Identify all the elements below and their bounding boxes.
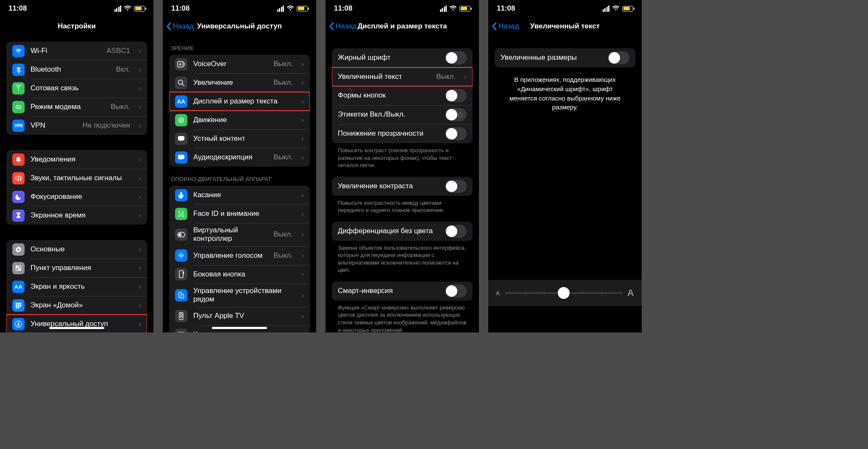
settings-row[interactable]: BluetoothВкл.› (6, 60, 147, 79)
chevron-icon: › (301, 330, 304, 332)
svg-rect-6 (18, 302, 19, 304)
settings-row[interactable]: Пункт управления› (6, 259, 147, 277)
settings-row[interactable]: VPNVPNНе подключен› (6, 116, 147, 135)
chevron-icon: › (301, 97, 304, 106)
text-group-4: Смарт-инверсия (332, 282, 473, 301)
settings-row[interactable]: Экран «Домой»› (6, 296, 147, 315)
settings-row[interactable]: Жирный шрифт (332, 48, 473, 67)
settings-row[interactable]: Этикетки Вкл./Выкл. (332, 105, 473, 124)
toggle[interactable] (445, 127, 467, 140)
chevron-icon: › (139, 47, 141, 56)
slider-tick (602, 291, 603, 295)
toggle[interactable] (445, 284, 467, 298)
home-indicator[interactable] (49, 327, 104, 329)
kb-icon (175, 329, 187, 332)
settings-row[interactable]: Дифференциация без цвета (332, 222, 473, 241)
settings-row[interactable]: AAЭкран и яркость› (6, 277, 147, 296)
chevron-icon: › (464, 73, 467, 81)
status-time: 11:08 (334, 4, 352, 13)
settings-row[interactable]: Wi-FiASBC1› (6, 42, 147, 60)
chevron-icon: › (139, 320, 141, 329)
row-label: Фокусирование (31, 192, 130, 201)
row-value: Выкл. (436, 73, 456, 81)
chevron-icon: › (139, 264, 141, 273)
settings-row[interactable]: Экранное время› (6, 206, 147, 225)
toggle[interactable] (445, 51, 467, 64)
svg-rect-5 (16, 302, 17, 304)
text-group-2: Увеличение контраста (332, 177, 473, 196)
chevron-icon: › (139, 301, 141, 310)
settings-row[interactable]: АудиодескрипцияВыкл.› (169, 148, 310, 167)
row-label: Основные (31, 245, 130, 254)
settings-row[interactable]: Управление голосомВыкл.› (169, 246, 310, 265)
chevron-icon: › (301, 60, 304, 69)
settings-row[interactable]: Движение› (169, 111, 310, 129)
settings-row[interactable]: Уведомления› (6, 150, 147, 169)
settings-row[interactable]: Смарт-инверсия (332, 282, 473, 301)
page-title: Дисплей и размер текста (357, 22, 447, 31)
back-button[interactable]: Назад (329, 17, 356, 36)
settings-row[interactable]: Звуки, тактильные сигналы› (6, 169, 147, 187)
back-button[interactable]: Назад (166, 17, 194, 36)
settings-row[interactable]: VoiceOverВыкл.› (169, 55, 310, 73)
svg-rect-25 (178, 136, 184, 140)
settings-row[interactable]: Понижение прозрачности (332, 124, 473, 143)
settings-row[interactable]: Фокусирование› (6, 187, 147, 206)
chevron-icon: › (139, 65, 141, 74)
row-label: Смарт-инверсия (338, 287, 439, 295)
home-indicator[interactable] (212, 327, 267, 329)
svg-point-28 (182, 213, 183, 214)
settings-row[interactable]: Режим модемаВыкл.› (6, 98, 147, 116)
status-bar: 11:08 (326, 0, 479, 17)
row-label: Звуки, тактильные сигналы (31, 174, 130, 182)
toggle[interactable] (445, 180, 467, 193)
battery-icon (134, 6, 145, 11)
settings-row[interactable]: Основные› (6, 240, 147, 259)
group-header-vision: ЗРЕНИЕ (169, 36, 310, 55)
settings-row[interactable]: Устный контент› (169, 129, 310, 148)
back-button[interactable]: Назад (492, 17, 519, 36)
svg-rect-11 (16, 307, 17, 308)
row-value: Выкл. (273, 251, 293, 260)
toggle[interactable] (445, 108, 467, 121)
settings-row[interactable]: Универсальный доступ› (6, 315, 147, 332)
settings-group-network: Wi-FiASBC1›BluetoothВкл.›Сотовая связь›Р… (6, 42, 147, 135)
settings-row[interactable]: AAДисплей и размер текста› (169, 92, 310, 111)
settings-row[interactable]: Face ID и внимание› (169, 204, 310, 223)
settings-row[interactable]: Управление устройствами рядом› (169, 284, 310, 307)
row-label: Уведомления (31, 155, 130, 164)
toggle-larger-sizes[interactable] (608, 51, 629, 64)
row-label: Жирный шрифт (338, 53, 439, 62)
voice-icon (175, 249, 187, 262)
settings-row[interactable]: Увеличенный текстВыкл.› (332, 67, 473, 86)
settings-row[interactable]: Пульт Apple TV› (169, 307, 310, 326)
chevron-icon: › (301, 270, 304, 279)
chevron-icon: › (301, 251, 304, 260)
row-value: Выкл. (273, 60, 293, 68)
toggle[interactable] (445, 225, 467, 238)
settings-row[interactable]: Боковая кнопка› (169, 265, 310, 284)
chevron-icon: › (139, 282, 141, 291)
svg-point-36 (180, 314, 182, 316)
row-label: Этикетки Вкл./Выкл. (338, 110, 439, 119)
settings-row[interactable]: Сотовая связь› (6, 79, 147, 98)
chevron-icon: › (139, 155, 141, 164)
row-label: Экран и яркость (31, 282, 130, 291)
bt-icon (12, 64, 25, 76)
settings-row[interactable]: Виртуальный контроллерВыкл.› (169, 223, 310, 246)
row-label: Виртуальный контроллер (193, 226, 267, 243)
toggle[interactable] (445, 89, 467, 102)
aa-icon: AA (12, 281, 25, 293)
slider-thumb[interactable] (558, 287, 570, 299)
settings-row[interactable]: Касание› (169, 186, 310, 204)
settings-row[interactable]: Увеличение контраста (332, 177, 473, 196)
row-label: Режим модема (31, 103, 105, 111)
settings-row[interactable]: УвеличениеВыкл.› (169, 73, 310, 92)
settings-row[interactable]: Формы кнопок (332, 86, 473, 105)
moon-icon (12, 191, 25, 203)
wifi-icon (12, 45, 25, 57)
status-bar: 11:08 (163, 0, 316, 17)
row-larger-sizes[interactable]: Увеличенные размеры (495, 48, 635, 67)
page-title: Увеличенный текст (530, 22, 600, 31)
text-size-slider[interactable] (506, 287, 621, 299)
